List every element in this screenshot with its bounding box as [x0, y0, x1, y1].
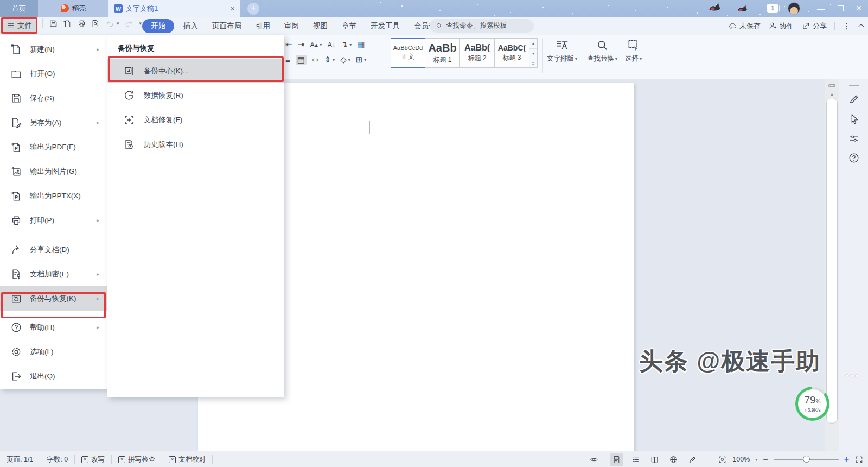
panel-drag-handle[interactable]: [849, 83, 859, 86]
dropdown-icon[interactable]: ▾: [364, 58, 366, 62]
gallery-down-icon[interactable]: ▾: [529, 49, 537, 59]
borders-icon[interactable]: ⊞: [356, 55, 363, 65]
scroll-up-icon[interactable]: ▴: [831, 91, 833, 97]
ruler-toggle-icon[interactable]: [828, 81, 836, 90]
proofread-toggle[interactable]: ×文档校对: [169, 455, 206, 464]
menu-item-export-pptx[interactable]: 输出为PPTX(X): [0, 184, 107, 208]
help-icon[interactable]: [848, 152, 860, 164]
tab-developer[interactable]: 开发工具: [363, 17, 407, 35]
save-status[interactable]: 未保存: [728, 21, 761, 31]
zoom-out-button[interactable]: −: [763, 455, 768, 464]
style-normal[interactable]: AaBbCcDd 正文: [391, 38, 425, 68]
menu-item-export-image[interactable]: 输出为图片(G): [0, 159, 107, 184]
read-view-button[interactable]: [648, 453, 661, 466]
zoom-slider[interactable]: [774, 459, 839, 460]
menu-item-backup-restore[interactable]: 备份与恢复(K) ▸: [0, 286, 107, 311]
upload-progress-badge[interactable]: 79% ↑ 3.9K/s: [795, 387, 829, 421]
menu-item-export-pdf[interactable]: 输出为PDF(F): [0, 135, 107, 159]
tab-review[interactable]: 审阅: [277, 17, 306, 35]
eye-protect-icon[interactable]: [589, 455, 598, 464]
style-heading3[interactable]: AaBbC( 标题 3: [495, 38, 529, 68]
print-preview-icon[interactable]: [91, 19, 100, 28]
new-tab-button[interactable]: +: [247, 3, 259, 15]
tab-section[interactable]: 章节: [335, 17, 363, 35]
fullscreen-icon[interactable]: [854, 455, 864, 464]
style-heading2[interactable]: AaBb( 标题 2: [460, 38, 495, 68]
menu-item-encrypt[interactable]: 文档加密(E) ▸: [0, 262, 107, 286]
gallery-up-icon[interactable]: ▴: [529, 39, 537, 49]
undo-dropdown-icon[interactable]: ▾: [117, 21, 119, 26]
tab-page-layout[interactable]: 页面布局: [205, 17, 248, 35]
redo-icon[interactable]: [124, 19, 133, 28]
submenu-item-history[interactable]: 历史版本(H): [107, 132, 284, 156]
tab-docer[interactable]: 稻壳: [38, 0, 108, 17]
collapse-ribbon-icon[interactable]: [858, 23, 864, 29]
tab-home-ribbon[interactable]: 开始: [142, 19, 174, 33]
tab-document[interactable]: W 文字文稿1 ×: [108, 0, 240, 17]
zoom-dropdown-icon[interactable]: ▾: [755, 457, 757, 462]
menu-item-help[interactable]: 帮助(H) ▸: [0, 315, 107, 339]
settings-sliders-icon[interactable]: [848, 132, 860, 144]
dropdown-icon[interactable]: ▾: [349, 42, 352, 47]
menu-item-print[interactable]: 打印(P) ▸: [0, 208, 107, 232]
align-left-icon[interactable]: ≡: [285, 55, 290, 65]
tab-grid-icon[interactable]: ▦: [357, 40, 365, 49]
gallery-more-icon[interactable]: ≡: [529, 59, 537, 69]
submenu-item-data-recovery[interactable]: 数据恢复(R): [107, 83, 284, 108]
dropdown-icon[interactable]: ▾: [320, 42, 322, 47]
wrap-mark-icon[interactable]: ↴: [341, 40, 348, 49]
menu-item-exit[interactable]: 退出(Q): [0, 364, 107, 388]
web-view-button[interactable]: [667, 453, 680, 466]
overtype-toggle[interactable]: ×改写: [81, 455, 105, 464]
decrease-indent-icon[interactable]: ⇤: [285, 40, 292, 49]
find-replace-tool[interactable]: 查找替换▾: [587, 38, 617, 64]
select-tool[interactable]: 选择▾: [625, 38, 642, 64]
ink-view-button[interactable]: [686, 453, 699, 466]
tab-home[interactable]: 首页: [0, 0, 38, 17]
menu-item-save-as[interactable]: 另存为(A) ▸: [0, 110, 107, 135]
increase-indent-icon[interactable]: ⇥: [298, 40, 305, 49]
notification-badge[interactable]: 1: [767, 4, 778, 13]
menu-item-share-doc[interactable]: 分享文档(D): [0, 237, 107, 262]
command-search-input[interactable]: 查找命令、搜索模板: [430, 19, 534, 33]
justify-icon[interactable]: ▤: [296, 55, 307, 65]
dropdown-icon[interactable]: ▾: [348, 58, 350, 62]
more-options-icon[interactable]: ⋮: [843, 21, 851, 31]
menu-item-save[interactable]: 保存(S): [0, 86, 107, 110]
avatar[interactable]: [788, 2, 800, 15]
menu-item-new[interactable]: 新建(N) ▸: [0, 37, 107, 61]
style-heading1[interactable]: AaBb 标题 1: [425, 38, 460, 68]
close-button[interactable]: ×: [850, 0, 868, 17]
print-icon[interactable]: [77, 19, 86, 28]
file-menu-button[interactable]: 文件: [3, 18, 36, 33]
tab-close-icon[interactable]: ×: [230, 4, 235, 13]
submenu-item-backup-center[interactable]: 备份中心(K)...: [107, 59, 284, 83]
dropdown-icon[interactable]: ▾: [333, 58, 335, 62]
restore-button[interactable]: [831, 0, 850, 17]
collaborate-button[interactable]: 协作: [768, 21, 794, 31]
line-spacing-icon[interactable]: ⇕: [324, 55, 331, 65]
fit-page-icon[interactable]: [718, 455, 727, 464]
character-scale-icon[interactable]: A▴: [310, 41, 318, 49]
ink-pen-icon[interactable]: [848, 93, 860, 105]
tab-view[interactable]: 视图: [306, 17, 335, 35]
sort-icon[interactable]: A↓: [327, 41, 335, 49]
text-layout-tool[interactable]: 文字排版▾: [547, 38, 577, 64]
minimize-button[interactable]: —: [812, 0, 830, 17]
scrollbar-thumb[interactable]: [826, 98, 838, 424]
outline-view-button[interactable]: [629, 453, 642, 466]
undo-icon[interactable]: [105, 19, 114, 28]
zoom-level[interactable]: 100%: [732, 456, 750, 463]
spellcheck-toggle[interactable]: ×拼写检查: [118, 455, 155, 464]
distribute-icon[interactable]: ⇿: [312, 55, 319, 65]
zoom-slider-handle[interactable]: [803, 456, 810, 463]
pointer-icon[interactable]: [848, 113, 860, 125]
word-count[interactable]: 字数: 0: [47, 455, 68, 464]
export-icon[interactable]: [63, 19, 72, 28]
shading-icon[interactable]: ◇: [340, 55, 347, 65]
zoom-in-button[interactable]: +: [844, 455, 849, 464]
menu-item-options[interactable]: 选项(L): [0, 339, 107, 364]
save-icon[interactable]: [49, 19, 58, 28]
tab-references[interactable]: 引用: [248, 17, 277, 35]
share-button[interactable]: 分享: [801, 21, 827, 31]
